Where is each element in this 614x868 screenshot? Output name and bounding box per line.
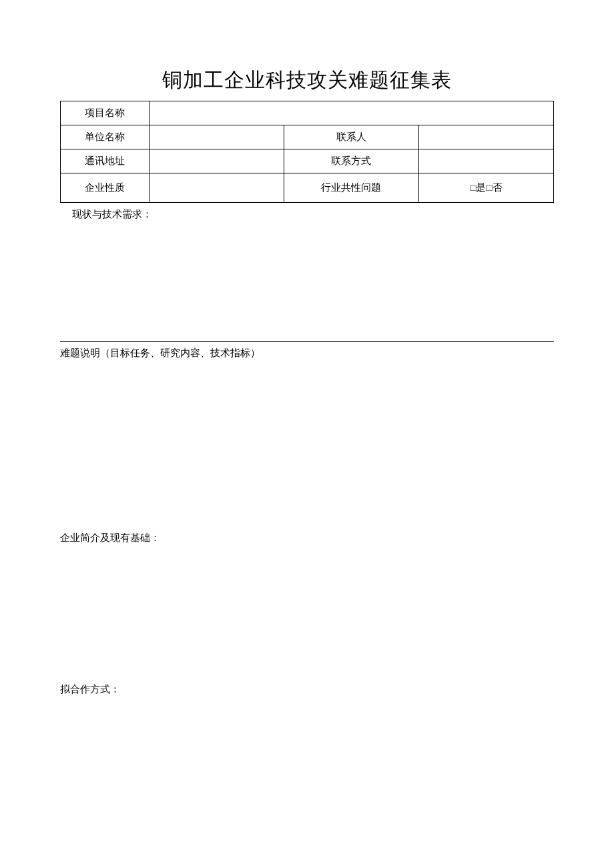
divider bbox=[60, 341, 554, 342]
label-contact-method: 联系方式 bbox=[284, 149, 419, 173]
label-enterprise-nature: 企业性质 bbox=[61, 173, 149, 203]
table-row: 企业性质 行业共性问题 □是□否 bbox=[61, 173, 554, 203]
table-row: 单位名称 联系人 bbox=[61, 125, 554, 149]
label-unit-name: 单位名称 bbox=[61, 125, 149, 149]
value-address bbox=[149, 149, 284, 173]
table-row: 通讯地址 联系方式 bbox=[61, 149, 554, 173]
value-project-name bbox=[149, 101, 554, 125]
value-contact-method bbox=[418, 149, 553, 173]
section-enterprise-intro: 企业简介及现有基础： bbox=[60, 532, 554, 544]
value-unit-name bbox=[149, 125, 284, 149]
page-title: 铜加工企业科技攻关难题征集表 bbox=[60, 67, 554, 94]
section-problem-desc: 难题说明（目标任务、研究内容、技术指标） bbox=[60, 347, 554, 360]
table-row: 项目名称 bbox=[61, 101, 554, 125]
section-status-needs: 现状与技术需求： bbox=[60, 208, 554, 221]
value-contact-person bbox=[418, 125, 553, 149]
label-industry-common: 行业共性问题 bbox=[284, 173, 419, 203]
label-contact-person: 联系人 bbox=[284, 125, 419, 149]
value-industry-common: □是□否 bbox=[418, 173, 553, 203]
label-project-name: 项目名称 bbox=[61, 101, 149, 125]
value-enterprise-nature bbox=[149, 173, 284, 203]
label-address: 通讯地址 bbox=[61, 149, 149, 173]
section-cooperation: 拟合作方式： bbox=[60, 683, 554, 696]
form-table: 项目名称 单位名称 联系人 通讯地址 联系方式 企业性质 行业共性问题 □是□否 bbox=[60, 101, 554, 203]
